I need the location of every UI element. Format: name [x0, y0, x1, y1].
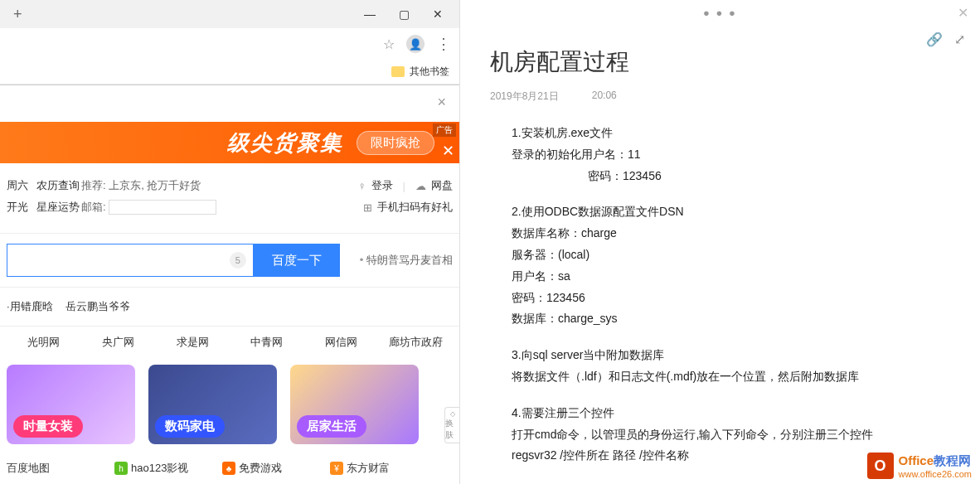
nav-row: 周六 农历查询 推荐: 上京东, 抢万千好货 ♀ 登录 | ☁ 网盘 [7, 178, 453, 193]
search-input[interactable]: 5 [7, 244, 254, 277]
note-line: 将数据文件（.ldf）和日志文件(.mdf)放在一个位置，然后附加数据库 [512, 367, 980, 387]
cloud-icon: ☁ [415, 180, 426, 192]
bottom-links: 百度地图 hhao123影视 ♣免费游戏 ¥东方财富 五看视频 iq爱奇艺 凤凤… [0, 456, 459, 484]
nav-link[interactable]: 农历查询 [36, 178, 80, 193]
login-link[interactable]: 登录 [371, 178, 393, 193]
watermark: O Office教程网 www.office26.com [867, 453, 972, 479]
note-body: 机房配置过程 2019年8月21日 20:06 1.安装机房.exe文件 登录的… [460, 25, 980, 484]
menu-icon[interactable]: ⋮ [436, 35, 451, 53]
note-line: 2.使用ODBC数据源配置文件DSN [512, 202, 980, 222]
site-link[interactable]: 网信网 [304, 335, 379, 350]
site-link[interactable]: 光明网 [7, 335, 81, 350]
note-content[interactable]: 1.安装机房.exe文件 登录的初始化用户名：11 密码：123456 2.使用… [490, 123, 980, 484]
browser-pane: + — ▢ ✕ ☆ 👤 ⋮ 其他书签 × 级尖货聚集 限时疯抢 广告 ✕ [0, 0, 460, 484]
office-logo-icon: O [867, 453, 894, 479]
close-button[interactable]: ✕ [433, 7, 443, 21]
nav-row: 开光 星座运势 邮箱: ⊞ 手机扫码有好礼 [7, 200, 453, 215]
site-link[interactable]: hhao123影视 [114, 461, 222, 476]
nav-link[interactable]: 周六 [7, 178, 28, 193]
nav-link[interactable]: 星座运势 [36, 200, 80, 215]
card-fashion[interactable]: 时量女装 [7, 365, 135, 444]
bottom-row: 百度地图 hhao123影视 ♣免费游戏 ¥东方财富 [7, 461, 453, 476]
toolbar: ☆ 👤 ⋮ [0, 28, 459, 60]
note-line: 打开cmd命令，以管理员的身份运行,输入下列命令，分别注册三个控件 [512, 425, 980, 445]
nav-grid: 周六 农历查询 推荐: 上京东, 抢万千好货 ♀ 登录 | ☁ 网盘 开光 星座… [0, 163, 459, 234]
note-header: ● ● ● ✕ [460, 0, 980, 25]
expand-icon[interactable]: ⤢ [954, 31, 965, 47]
note-date: 2019年8月21日 [490, 90, 559, 104]
note-time: 20:06 [592, 90, 617, 104]
search-count-badge: 5 [230, 252, 246, 269]
maximize-button[interactable]: ▢ [399, 7, 410, 21]
user-icon: ♀ [358, 180, 366, 192]
note-close-icon[interactable]: ✕ [958, 5, 968, 21]
site-link[interactable]: ¥东方财富 [330, 461, 438, 476]
qr-text[interactable]: 手机扫码有好礼 [377, 200, 453, 215]
search-zone: 5 百度一下 特朗普骂丹麦首相 [0, 234, 459, 288]
mail-label: 邮箱: [81, 201, 106, 213]
note-line: 服务器：(local) [512, 245, 980, 265]
site-icon: ♣ [222, 462, 235, 475]
note-line: 4.需要注册三个控件 [512, 404, 980, 424]
search-button[interactable]: 百度一下 [254, 244, 340, 277]
note-tools: 🔗 ⤢ [926, 31, 965, 47]
minimize-button[interactable]: — [364, 7, 376, 21]
category-cards: 时量女装 数码家电 居家生活 [0, 358, 459, 456]
site-link[interactable]: 求是网 [155, 335, 230, 350]
mail-input[interactable] [109, 200, 216, 215]
ad-label: 广告 [433, 123, 456, 137]
site-link[interactable]: 央广网 [81, 335, 156, 350]
note-pane: ● ● ● ✕ 🔗 ⤢ 机房配置过程 2019年8月21日 20:06 1.安装… [460, 0, 980, 484]
qr-icon: ⊞ [363, 201, 372, 214]
note-title[interactable]: 机房配置过程 [490, 46, 980, 78]
cloud-link[interactable]: 网盘 [431, 178, 453, 193]
note-line: 密码：123456 [512, 288, 980, 308]
note-line: 3.向sql server当中附加数据库 [512, 346, 980, 365]
note-line: 数据库名称：charge [512, 224, 980, 244]
profile-avatar-icon[interactable]: 👤 [406, 35, 425, 53]
page-content: × 级尖货聚集 限时疯抢 广告 ✕ 周六 农历查询 推荐: 上京东, 抢万千好货… [0, 85, 459, 484]
link-icon[interactable]: 🔗 [926, 31, 943, 47]
new-tab-button[interactable]: + [13, 6, 22, 23]
bookmark-star-icon[interactable]: ☆ [383, 36, 395, 52]
site-link[interactable]: 廊坊市政府 [378, 335, 453, 350]
hot-search-term[interactable]: 特朗普骂丹麦首相 [360, 253, 453, 268]
note-line: 1.安装机房.exe文件 [512, 123, 980, 143]
bookmark-folder-label[interactable]: 其他书签 [410, 65, 449, 79]
note-line: 登录的初始化用户名：11 [512, 145, 980, 165]
site-link[interactable]: 百度地图 [7, 461, 114, 476]
site-link[interactable]: 中青网 [230, 335, 304, 350]
more-icon[interactable]: ● ● ● [703, 7, 737, 19]
card-home[interactable]: 居家生活 [290, 365, 419, 444]
hot-tag[interactable]: 岳云鹏当爷爷 [65, 300, 130, 312]
site-icon: ¥ [330, 462, 343, 475]
site-link[interactable]: ♣免费游戏 [222, 461, 330, 476]
skin-tab[interactable]: ◇ 换肤 [444, 407, 459, 443]
note-line: 密码：123456 [512, 167, 980, 186]
browser-chrome: + — ▢ ✕ ☆ 👤 ⋮ 其他书签 [0, 0, 459, 85]
promo-banner[interactable]: 级尖货聚集 限时疯抢 广告 ✕ [0, 122, 459, 163]
site-links-row: 光明网 央广网 求是网 中青网 网信网 廊坊市政府 [0, 326, 459, 358]
banner-close-icon[interactable]: ✕ [442, 142, 454, 160]
card-digital[interactable]: 数码家电 [148, 365, 277, 444]
nav-promo-text[interactable]: 推荐: 上京东, 抢万千好货 [81, 178, 358, 193]
folder-icon [391, 66, 405, 77]
hot-tags: ·用错鹿晗 岳云鹏当爷爷 [0, 288, 459, 326]
nav-link[interactable]: 开光 [7, 200, 28, 215]
site-icon: h [114, 462, 128, 475]
bookmark-bar: 其他书签 [0, 60, 459, 85]
close-icon[interactable]: × [437, 94, 446, 111]
watermark-url: www.office26.com [899, 469, 972, 479]
tab-bar: + — ▢ ✕ [0, 0, 459, 28]
note-meta: 2019年8月21日 20:06 [490, 90, 980, 104]
hot-tag[interactable]: ·用错鹿晗 [7, 300, 53, 312]
watermark-brand: Office教程网 [899, 453, 972, 469]
banner-text: 级尖货聚集 [227, 128, 343, 157]
window-controls: — ▢ ✕ [364, 7, 453, 21]
banner-cta-button[interactable]: 限时疯抢 [357, 131, 434, 155]
note-line: 用户名：sa [512, 267, 980, 287]
note-line: 数据库：charge_sys [512, 309, 980, 329]
